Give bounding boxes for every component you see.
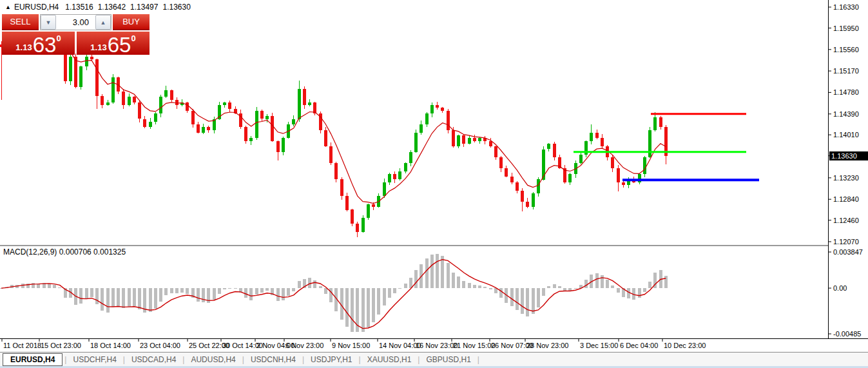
tab-audusd-h4[interactable]: AUDUSD,H4 [185,354,241,365]
chart-title: ▲ EURUSD,H4 1.13516 1.13642 1.13497 1.13… [5,3,195,12]
buy-button[interactable]: BUY [113,14,149,30]
ohlc-open: 1.13516 [65,3,93,12]
price-axis-label: 1.15560 [833,46,859,53]
buy-price-sup: 0 [131,34,135,43]
buy-price-button[interactable]: 1.13 65 0 [77,32,149,55]
time-axis-label: 11 Oct 2018 [3,342,41,349]
macd-histogram [0,254,668,332]
time-axis-label: 3 Dec 15:00 [580,342,618,349]
time-axis-label: 28 Nov 23:00 [526,342,568,349]
time-axis-label: 18 Oct 14:00 [90,342,131,349]
tab-separator: | [359,355,361,364]
tab-separator: | [182,355,184,364]
ohlc-high: 1.13642 [98,3,126,12]
time-axis-label: 6 Nov 23:00 [285,342,323,349]
time-axis-label: 23 Oct 04:00 [140,342,180,349]
chart-symbol-period: EURUSD,H4 [14,3,59,12]
macd-axis-label: 0.00 [833,284,847,292]
tab-separator: | [477,355,479,364]
tab-usdchf-h4[interactable]: USDCHF,H4 [67,354,122,365]
tab-usdcnh-h4[interactable]: USDCNH,H4 [245,354,302,365]
price-axis-label: 1.14010 [833,131,859,139]
price-axis-label: 1.16330 [833,3,859,11]
sell-price-big: 63 [33,35,57,55]
price-axis-label: 1.15950 [833,24,859,32]
macd-indicator-label: MACD(12,26,9) 0.000706 0.001325 [3,247,126,257]
current-price-badge: 1.13630 [829,151,868,160]
volume-input[interactable]: 3.00 [56,15,95,30]
one-click-trading-panel: SELL ▼ 3.00 ▲ BUY 1.13 63 0 1.13 65 0 [2,14,149,55]
time-axis-label: 15 Oct 23:00 [41,342,81,349]
macd-axis-label: -0.00485 [833,330,861,338]
tab-eurusd-h4[interactable]: EURUSD,H4 [3,353,63,366]
price-axis-label: 1.14390 [833,110,859,118]
chart-tab-bar: EURUSD,H4|USDCHF,H4|USDCAD,H4|AUDUSD,H4|… [0,352,868,367]
time-axis-label: 6 Dec 04:00 [620,342,658,349]
sell-button[interactable]: SELL [2,14,39,30]
sell-price-button[interactable]: 1.13 63 0 [2,32,75,55]
tab-gbpusd-h1[interactable]: GBPUSD,H1 [420,354,476,365]
tab-separator: | [64,355,66,364]
symbol-collapse-icon[interactable]: ▲ [5,4,11,10]
time-axis-label: 16 Nov 23:00 [416,342,458,349]
tab-usdcad-h4[interactable]: USDCAD,H4 [126,354,182,365]
price-axis-label: 1.12460 [833,217,859,224]
price-axis-label: 1.13230 [833,174,859,182]
volume-decrease-button[interactable]: ▼ [41,15,56,30]
sell-price-sup: 0 [56,34,61,43]
sell-price-prefix: 1.13 [15,43,32,52]
tab-separator: | [302,355,304,364]
buy-price-prefix: 1.13 [90,43,106,52]
price-axis-label: 1.14780 [833,88,859,96]
pane-separator[interactable] [0,245,828,246]
time-axis-label: 9 Nov 15:00 [332,342,370,349]
ohlc-close: 1.13630 [162,3,190,12]
volume-increase-button[interactable]: ▲ [95,15,111,30]
macd-axis-label: 0.003847 [833,248,863,256]
candles [0,32,668,237]
mt4-window: 1.163301.159501.155601.151701.147801.143… [0,0,868,368]
price-axis-label: 1.12070 [833,238,859,246]
time-axis-label: 10 Dec 23:00 [664,342,706,349]
price-axis-label: 1.15170 [833,67,859,75]
time-axis-label: 14 Nov 04:00 [379,342,421,349]
tab-usdjpy-h1[interactable]: USDJPY,H1 [305,354,358,365]
tab-separator: | [123,355,125,364]
buy-price-big: 65 [108,35,131,55]
tab-separator: | [418,355,420,364]
volume-spinner: ▼ 3.00 ▲ [40,14,111,30]
time-axis-label: 21 Nov 15:00 [453,342,495,349]
ohlc-low: 1.13497 [130,3,158,12]
price-axis-label: 1.12840 [833,195,859,203]
tab-xauusd-h1[interactable]: XAUUSD,H1 [362,354,418,365]
tab-separator: | [242,355,244,364]
